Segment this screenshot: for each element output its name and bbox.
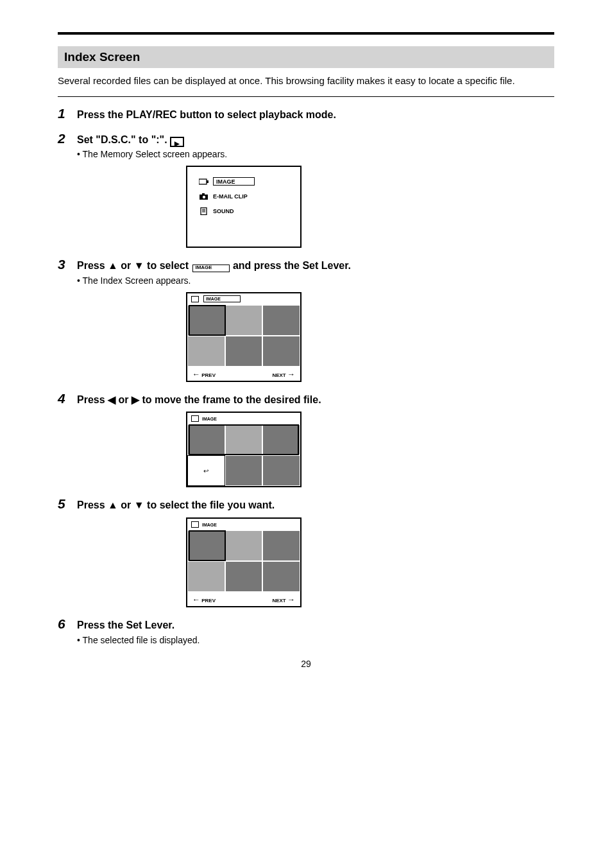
top-rule bbox=[58, 32, 554, 35]
next-arrow-icon: → bbox=[287, 595, 295, 604]
step-3-note-text: The Index Screen appears. bbox=[83, 275, 191, 286]
page-footer: 29 bbox=[58, 659, 554, 669]
step-1: 1 Press the PLAY/REC button to select pl… bbox=[58, 106, 554, 122]
thumb bbox=[262, 336, 300, 367]
mem-row-exec: E-MAIL CLIP bbox=[199, 193, 289, 200]
step-3-text: Press ▲ or ▼ to select IMAGE and press t… bbox=[77, 259, 351, 273]
index-3-grid bbox=[187, 530, 300, 592]
prev-arrow-icon: ← bbox=[192, 595, 200, 604]
index-screen-1-top: IMAGE bbox=[187, 293, 300, 305]
image-sel-label: IMAGE bbox=[195, 265, 212, 272]
page-number: 29 bbox=[301, 659, 311, 669]
mem-image-label: IMAGE bbox=[216, 178, 235, 185]
thumb bbox=[225, 561, 263, 592]
playback-icon: ▶ bbox=[170, 137, 184, 147]
step-num: 3 bbox=[58, 257, 77, 272]
next-label: NEXT bbox=[272, 598, 285, 603]
step-3-note: • The Index Screen appears. bbox=[77, 275, 554, 287]
step-3-b: or bbox=[121, 260, 133, 271]
index-screen-2-top: IMAGE bbox=[187, 413, 300, 424]
step-5: 5 Press ▲ or ▼ to select the file you wa… bbox=[58, 496, 554, 607]
mem-sound-label: SOUND bbox=[213, 208, 234, 214]
next-label: NEXT bbox=[272, 372, 285, 378]
thumb bbox=[225, 336, 263, 367]
page-root: Index Screen Several recorded files can … bbox=[0, 0, 612, 695]
thumb bbox=[225, 305, 263, 336]
step-2-note-text: The Memory Select screen appears. bbox=[83, 149, 228, 159]
step-5-a: Press bbox=[77, 499, 108, 510]
playback-glyph: ▶ bbox=[174, 139, 180, 148]
step-5-c: to select the file you want. bbox=[147, 499, 275, 510]
index-1-foot: ← PREV NEXT → bbox=[187, 367, 300, 382]
up-icon: ▲ bbox=[108, 260, 118, 271]
up-icon: ▲ bbox=[108, 499, 118, 510]
svg-rect-5 bbox=[201, 208, 207, 215]
down-icon: ▼ bbox=[134, 260, 144, 271]
index-1-grid bbox=[187, 305, 300, 367]
step-num: 2 bbox=[58, 131, 77, 146]
step-2: 2 Set "D.S.C." to ":". ▶ • The Memory Se… bbox=[58, 131, 554, 248]
step-num: 1 bbox=[58, 106, 77, 121]
step-2-note: • The Memory Select screen appears. bbox=[77, 148, 554, 161]
step-5-b: or bbox=[121, 499, 133, 510]
index-3-foot: ← PREV NEXT → bbox=[187, 592, 300, 607]
index-screen-1: IMAGE ↩ bbox=[186, 292, 302, 382]
left-icon: ◀ bbox=[108, 394, 115, 405]
prev-arrow-icon: ← bbox=[192, 370, 200, 379]
mem-row-sound: SOUND bbox=[199, 207, 289, 215]
svg-rect-3 bbox=[202, 193, 205, 195]
memory-select-screen: IMAGE E-MAIL CLIP SOUND bbox=[186, 166, 302, 248]
thumb bbox=[225, 530, 263, 561]
index-screen-3: IMAGE ↩ bbox=[186, 517, 302, 607]
section-banner: Index Screen bbox=[58, 46, 554, 68]
thumb bbox=[187, 336, 225, 367]
step-3-a: Press bbox=[77, 260, 108, 271]
step-4-c: to move the frame to the desired file. bbox=[142, 394, 321, 405]
index-screen-2: IMAGE ↩ bbox=[186, 412, 302, 487]
thumb bbox=[262, 561, 300, 592]
step-5-text: Press ▲ or ▼ to select the file you want… bbox=[77, 498, 275, 512]
step-6: 6 Press the Set Lever. • The selected fi… bbox=[58, 616, 554, 646]
svg-rect-1 bbox=[207, 180, 208, 183]
step-3-c: to select bbox=[147, 260, 191, 271]
step-2-prefix: Set "D.S.C." to ":". bbox=[77, 134, 167, 145]
next-arrow-icon: → bbox=[287, 370, 295, 379]
thumb bbox=[225, 455, 263, 486]
index-screen-3-wrap: IMAGE ↩ bbox=[186, 517, 554, 607]
index-2-grid: ↩ bbox=[187, 424, 300, 486]
step-list: 1 Press the PLAY/REC button to select pl… bbox=[58, 106, 554, 646]
step-6-note-text: The selected file is displayed. bbox=[83, 635, 200, 645]
mem-row-image: IMAGE bbox=[199, 177, 289, 186]
step-num: 5 bbox=[58, 496, 77, 512]
mem-exec-label: E-MAIL CLIP bbox=[213, 193, 248, 200]
step-4-a: Press bbox=[77, 394, 108, 405]
index-screen-2-wrap: IMAGE ↩ bbox=[186, 412, 554, 487]
step-4-b: or bbox=[119, 394, 132, 405]
thumb bbox=[262, 530, 300, 561]
step-6-note: • The selected file is displayed. bbox=[77, 634, 554, 647]
section-title: Index Screen bbox=[64, 50, 548, 64]
return-glyph: ↩ bbox=[203, 467, 208, 474]
step-4: 4 Press ◀ or ▶ to move the frame to the … bbox=[58, 391, 554, 488]
thumb bbox=[187, 530, 225, 561]
svg-rect-0 bbox=[199, 179, 207, 184]
step-3: 3 Press ▲ or ▼ to select IMAGE and press… bbox=[58, 257, 554, 381]
thumb bbox=[262, 424, 300, 455]
index-screen-3-top: IMAGE bbox=[187, 519, 300, 530]
memory-select-screen-wrap: IMAGE E-MAIL CLIP SOUND bbox=[186, 166, 554, 248]
index-1-sel-label: IMAGE bbox=[206, 297, 221, 301]
index-screen-1-wrap: IMAGE ↩ bbox=[186, 292, 554, 382]
index-1-sel: IMAGE bbox=[203, 295, 241, 302]
thumb bbox=[187, 424, 225, 455]
step-3-d: and press the Set Lever. bbox=[233, 260, 351, 271]
step-6-text: Press the Set Lever. bbox=[77, 618, 174, 632]
doc-icon bbox=[199, 207, 209, 215]
prev-label: PREV bbox=[201, 598, 216, 603]
thumb bbox=[187, 561, 225, 592]
index-2-label: IMAGE bbox=[202, 417, 217, 421]
step-num: 6 bbox=[58, 616, 77, 632]
thumb bbox=[262, 305, 300, 336]
thumb bbox=[187, 305, 225, 336]
thumb bbox=[225, 424, 263, 455]
step-1-text: Press the PLAY/REC button to select play… bbox=[77, 108, 336, 122]
